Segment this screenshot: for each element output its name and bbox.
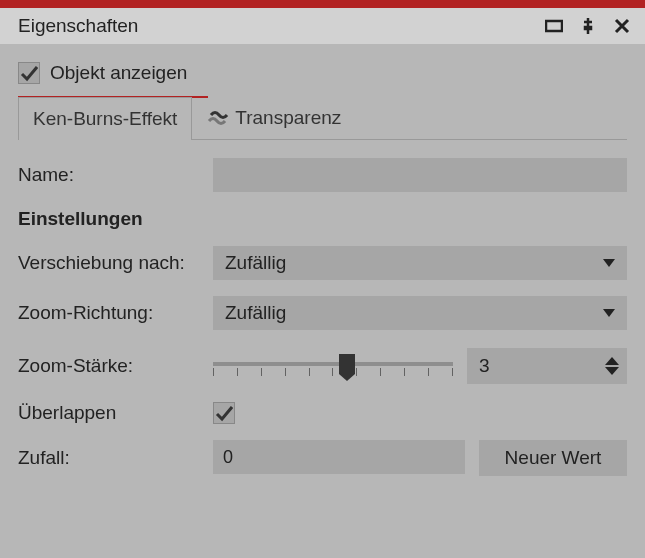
slider-thumb[interactable] <box>339 354 355 374</box>
transparency-icon <box>207 107 229 129</box>
shift-select[interactable]: Zufällig <box>213 246 627 280</box>
form-area: Name: Einstellungen Verschiebung nach: Z… <box>18 140 627 476</box>
header-controls <box>545 17 631 35</box>
shift-value: Zufällig <box>225 252 286 274</box>
accent-bar <box>0 0 645 8</box>
show-object-checkbox[interactable] <box>18 62 40 84</box>
tab-label: Ken-Burns-Effekt <box>33 108 177 130</box>
svg-rect-0 <box>546 21 562 31</box>
tab-label: Transparenz <box>235 107 341 129</box>
shift-label: Verschiebung nach: <box>18 252 213 274</box>
chevron-down-icon <box>603 309 615 317</box>
spinner-down-icon[interactable] <box>605 367 619 375</box>
overlap-label: Überlappen <box>18 402 213 424</box>
new-value-button[interactable]: Neuer Wert <box>479 440 627 476</box>
zoomstr-row: Zoom-Stärke: 3 <box>18 346 627 386</box>
overlap-row: Überlappen <box>18 402 627 424</box>
chevron-down-icon <box>603 259 615 267</box>
zoomdir-value: Zufällig <box>225 302 286 324</box>
close-icon[interactable] <box>613 17 631 35</box>
zoomstr-spinner[interactable]: 3 <box>467 348 627 384</box>
zoomstr-value: 3 <box>479 355 490 377</box>
name-input[interactable] <box>213 158 627 192</box>
panel-content: Objekt anzeigen Ken-Burns-Effekt Transpa… <box>0 44 645 476</box>
random-row: Zufall: Neuer Wert <box>18 440 627 476</box>
show-object-label: Objekt anzeigen <box>50 62 187 84</box>
zoomdir-row: Zoom-Richtung: Zufällig <box>18 296 627 330</box>
panel-title: Eigenschaften <box>18 15 138 37</box>
zoomstr-controls: 3 <box>213 346 627 386</box>
slider-track <box>213 362 453 366</box>
spinner-arrows[interactable] <box>605 357 619 375</box>
window-mode-icon[interactable] <box>545 17 563 35</box>
random-label: Zufall: <box>18 447 213 469</box>
settings-heading-row: Einstellungen <box>18 208 627 230</box>
panel-header: Eigenschaften <box>0 8 645 44</box>
spinner-up-icon[interactable] <box>605 357 619 365</box>
shift-row: Verschiebung nach: Zufällig <box>18 246 627 280</box>
zoomstr-slider[interactable] <box>213 346 453 386</box>
new-value-label: Neuer Wert <box>505 447 602 469</box>
tab-bar: Ken-Burns-Effekt Transparenz <box>18 96 627 140</box>
overlap-checkbox[interactable] <box>213 402 235 424</box>
settings-heading: Einstellungen <box>18 208 213 230</box>
random-input[interactable] <box>213 440 465 474</box>
zoomdir-label: Zoom-Richtung: <box>18 302 213 324</box>
zoomdir-select[interactable]: Zufällig <box>213 296 627 330</box>
tab-transparency[interactable]: Transparenz <box>192 96 356 139</box>
name-label: Name: <box>18 164 213 186</box>
properties-panel: Eigenschaften Objekt anzeigen Ken-Burns-… <box>0 0 645 558</box>
tab-ken-burns[interactable]: Ken-Burns-Effekt <box>18 97 192 140</box>
pin-icon[interactable] <box>579 17 597 35</box>
zoomstr-label: Zoom-Stärke: <box>18 355 213 377</box>
show-object-row: Objekt anzeigen <box>18 54 208 98</box>
name-row: Name: <box>18 158 627 192</box>
slider-ticks <box>213 368 453 376</box>
